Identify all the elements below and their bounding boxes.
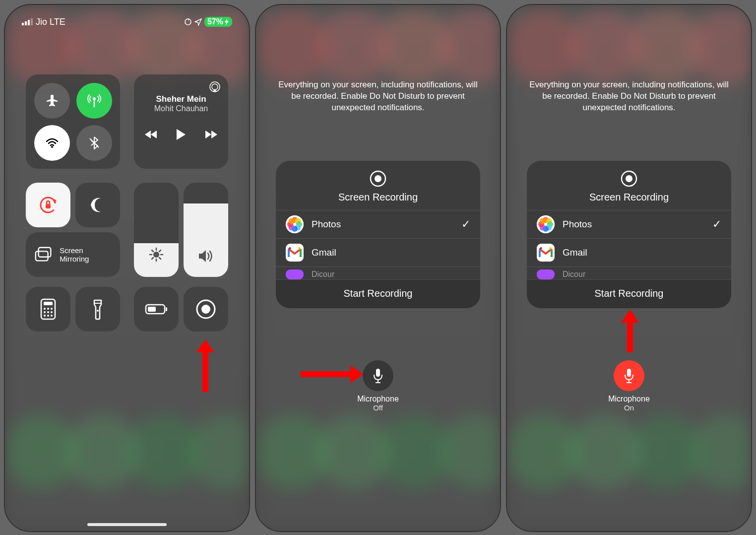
svg-line-21 <box>159 250 161 252</box>
screen-record-button[interactable] <box>184 287 228 332</box>
microphone-icon <box>623 368 635 384</box>
mirror-label: Screen Mirroring <box>60 246 112 264</box>
microphone-label: Microphone On <box>608 394 650 412</box>
app-icon <box>537 269 555 279</box>
airplane-mode-button[interactable] <box>34 83 70 119</box>
record-icon <box>620 170 638 188</box>
microphone-toggle[interactable] <box>614 360 644 391</box>
svg-rect-48 <box>627 369 631 377</box>
app-label: Photos <box>563 219 592 230</box>
svg-rect-13 <box>36 251 48 261</box>
moon-icon <box>88 195 108 215</box>
app-icon <box>286 269 304 279</box>
svg-point-35 <box>97 310 99 312</box>
svg-rect-1 <box>25 21 27 25</box>
battery-percent: 57% <box>207 17 223 26</box>
media-title: Sheher Mein <box>142 94 220 104</box>
airplane-icon <box>45 93 60 108</box>
svg-point-26 <box>47 308 49 310</box>
svg-point-42 <box>375 175 381 182</box>
annotation-arrow <box>627 313 633 352</box>
gmail-app-icon <box>537 244 555 262</box>
bluetooth-button[interactable] <box>76 125 112 161</box>
svg-rect-3 <box>31 18 33 25</box>
volume-slider[interactable] <box>184 183 228 277</box>
app-row-photos[interactable]: Photos ✓ <box>527 210 731 238</box>
prev-track-button[interactable] <box>145 130 159 139</box>
svg-point-33 <box>51 315 53 317</box>
sheet-title: Screen Recording <box>276 192 480 203</box>
svg-point-29 <box>47 311 49 313</box>
sheet-title: Screen Recording <box>527 192 731 203</box>
airplay-icon[interactable] <box>208 80 221 93</box>
connectivity-tile[interactable] <box>26 74 120 169</box>
svg-rect-43 <box>376 369 380 377</box>
svg-point-6 <box>51 146 53 148</box>
svg-point-28 <box>44 311 46 313</box>
recording-notice: Everything on your screen, including not… <box>527 79 731 114</box>
svg-line-22 <box>152 258 153 259</box>
app-label: Dicour <box>563 270 585 279</box>
svg-point-47 <box>626 175 632 182</box>
media-tile[interactable]: Sheher Mein Mohit Chauhan <box>134 74 228 169</box>
play-button[interactable] <box>176 128 187 141</box>
phone-panel-3: Everything on your screen, including not… <box>506 4 752 532</box>
app-label: Gmail <box>312 247 336 258</box>
record-icon <box>369 170 387 188</box>
orientation-lock-button[interactable] <box>26 183 70 227</box>
screen-mirroring-button[interactable]: Screen Mirroring <box>26 232 120 277</box>
app-label: Dicour <box>312 270 334 279</box>
flashlight-icon <box>92 298 104 320</box>
charging-icon <box>224 18 229 25</box>
phone-panel-2: Everything on your screen, including not… <box>255 4 501 532</box>
status-bar: Jio LTE 57% <box>5 14 249 30</box>
app-row-gmail[interactable]: Gmail <box>527 238 731 267</box>
svg-line-19 <box>152 250 153 252</box>
annotation-arrow <box>202 342 208 392</box>
media-artist: Mohit Chauhan <box>142 104 220 113</box>
svg-point-40 <box>201 305 210 314</box>
app-row-partial[interactable]: Dicour <box>276 267 480 279</box>
app-row-partial[interactable]: Dicour <box>527 267 731 279</box>
low-power-mode-button[interactable] <box>134 287 179 332</box>
checkmark-icon: ✓ <box>461 218 470 231</box>
svg-point-30 <box>51 311 53 313</box>
photos-app-icon <box>286 215 304 233</box>
gmail-app-icon <box>286 244 304 262</box>
calculator-icon <box>40 298 57 320</box>
app-row-photos[interactable]: Photos ✓ <box>276 210 480 238</box>
sun-icon <box>149 247 164 262</box>
screen-recording-sheet: Screen Recording Photos ✓ Gmail Dicour S… <box>527 161 731 308</box>
svg-rect-0 <box>22 23 24 25</box>
photos-app-icon <box>537 215 555 233</box>
start-recording-button[interactable]: Start Recording <box>276 279 480 308</box>
home-indicator[interactable] <box>87 523 167 526</box>
annotation-arrow <box>301 371 360 377</box>
flashlight-button[interactable] <box>75 287 120 332</box>
do-not-disturb-button[interactable] <box>75 183 120 227</box>
battery-icon <box>145 303 168 316</box>
svg-point-27 <box>51 308 53 310</box>
microphone-icon <box>372 368 384 384</box>
svg-rect-24 <box>44 302 53 305</box>
checkmark-icon: ✓ <box>712 218 721 231</box>
wifi-button[interactable] <box>34 125 70 161</box>
signal-icon <box>22 18 33 25</box>
bluetooth-off-icon <box>87 135 102 150</box>
location-icon <box>194 18 202 26</box>
wifi-icon <box>45 135 60 150</box>
microphone-toggle[interactable] <box>363 360 393 391</box>
calculator-button[interactable] <box>26 287 70 332</box>
next-track-button[interactable] <box>203 130 217 139</box>
svg-rect-38 <box>148 307 156 312</box>
recording-notice: Everything on your screen, including not… <box>276 79 480 114</box>
carrier-label: Jio LTE <box>36 17 65 27</box>
antenna-icon <box>87 93 102 108</box>
phone-panel-1: Jio LTE 57% <box>4 4 250 532</box>
svg-point-32 <box>47 315 49 317</box>
microphone-label: Microphone Off <box>357 394 399 412</box>
app-row-gmail[interactable]: Gmail <box>276 238 480 267</box>
cellular-data-button[interactable] <box>76 83 112 119</box>
brightness-slider[interactable] <box>134 183 179 277</box>
battery-indicator: 57% <box>204 17 232 27</box>
